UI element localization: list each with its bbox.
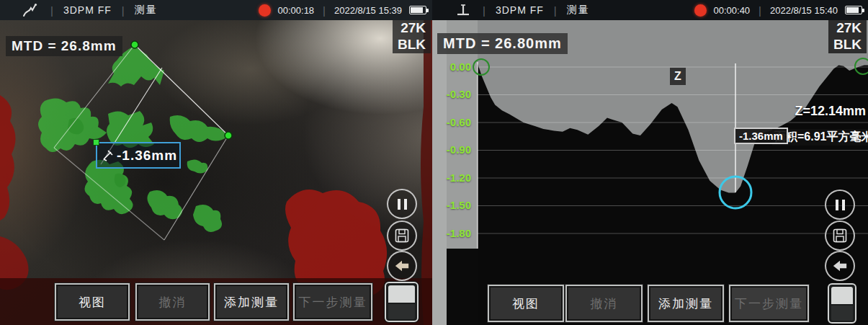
datetime-label: 2022/8/15 15:40 xyxy=(770,5,838,16)
battery-icon xyxy=(409,6,426,14)
toggle-bottom-half xyxy=(388,304,415,319)
toggle-top-half xyxy=(831,287,853,304)
add-measure-button[interactable]: 添加测量 xyxy=(214,283,289,321)
view-button[interactable]: 视图 xyxy=(488,285,564,322)
topbar-separator: | xyxy=(122,4,125,17)
back-icon xyxy=(832,259,848,273)
ytick-120: -1.20 xyxy=(438,172,471,184)
left-topbar: | 3DPM FF | 测量 00:00:18 | 2022/8/15 15:3… xyxy=(0,0,432,20)
profile-chart: 0.00 -0.30 -0.60 -0.90 -1.20 -1.50 -1.80… xyxy=(432,20,868,325)
right-topbar-status: 00:00:40 | 2022/8/15 15:40 xyxy=(694,0,863,20)
toggle-top-half xyxy=(388,285,415,303)
depth-measure-icon xyxy=(102,149,115,162)
thumbnail-toggle[interactable] xyxy=(828,283,856,324)
profile-chart-graphics xyxy=(432,20,868,325)
depth-annotation-box[interactable]: -1.36mm xyxy=(96,142,181,169)
back-button[interactable] xyxy=(825,251,855,281)
dual-view-measurement-screen: | 3DPM FF | 测量 00:00:18 | 2022/8/15 15:3… xyxy=(0,0,868,325)
badge-line2: BLK xyxy=(833,36,862,53)
mode-label: 3DPM FF xyxy=(63,4,112,16)
save-button[interactable] xyxy=(387,221,417,251)
ytick-150: -1.50 xyxy=(438,199,471,211)
camera-view-panel: | 3DPM FF | 测量 00:00:18 | 2022/8/15 15:3… xyxy=(0,0,432,325)
cursor-depth-label[interactable]: -1.36mm xyxy=(734,128,788,144)
record-icon xyxy=(694,4,707,17)
ytick-060: -0.60 xyxy=(438,116,471,128)
battery-icon xyxy=(845,6,862,14)
ytick-180: -1.80 xyxy=(438,227,471,239)
plane-measure-icon xyxy=(454,2,473,18)
record-time: 00:00:40 xyxy=(714,5,751,16)
view-button[interactable]: 视图 xyxy=(55,283,130,321)
next-measure-button[interactable]: 下一步测量 xyxy=(729,285,809,322)
record-time: 00:00:18 xyxy=(278,5,315,16)
red-mask-left xyxy=(0,95,16,221)
topbar-separator: | xyxy=(483,4,486,17)
right-topbar: | 3DPM FF | 测量 00:00:40 | 2022/8/15 15:4… xyxy=(432,0,868,20)
pause-icon xyxy=(836,200,845,210)
thumbnail-toggle[interactable] xyxy=(385,282,419,322)
pause-icon xyxy=(398,199,407,210)
save-icon xyxy=(832,228,848,244)
datetime-label: 2022/8/15 15:39 xyxy=(334,5,402,16)
badge-line1: 27K xyxy=(833,19,862,36)
pause-button[interactable] xyxy=(825,190,855,220)
add-measure-button[interactable]: 添加测量 xyxy=(648,285,724,322)
probe-icon xyxy=(22,2,40,18)
mtd-label: MTD = 26.80mm xyxy=(437,33,568,54)
badge-line1: 27K xyxy=(398,19,426,36)
mtd-label: MTD = 26.8mm xyxy=(6,36,122,56)
measurement-overlay-graphics xyxy=(0,20,432,325)
topbar-separator: | xyxy=(759,4,761,17)
menu-measure[interactable]: 测量 xyxy=(135,4,158,17)
save-icon xyxy=(394,228,410,244)
back-button[interactable] xyxy=(387,251,417,281)
corner-marker-top[interactable] xyxy=(131,41,138,48)
left-topbar-status: 00:00:18 | 2022/8/15 15:39 xyxy=(259,0,427,20)
ytick-090: -0.90 xyxy=(438,143,471,156)
next-measure-button[interactable]: 下一步测量 xyxy=(293,283,372,321)
z-position-label: Z=12.14mm xyxy=(795,104,866,119)
z-cursor-badge[interactable]: Z xyxy=(670,68,686,85)
toggle-bottom-half xyxy=(831,306,853,321)
menu-measure[interactable]: 测量 xyxy=(567,4,590,17)
profile-chart-panel: 0.00 -0.30 -0.60 -0.90 -1.20 -1.50 -1.80… xyxy=(432,0,868,325)
topbar-separator: | xyxy=(323,4,326,17)
undo-button[interactable]: 撤消 xyxy=(135,283,210,321)
undo-button[interactable]: 撤消 xyxy=(565,285,643,322)
image-mode-badge: 27K BLK xyxy=(828,19,867,53)
save-button[interactable] xyxy=(825,221,855,251)
badge-line2: BLK xyxy=(398,36,426,53)
topbar-separator: | xyxy=(50,4,53,17)
record-icon xyxy=(259,4,271,17)
scale-gutter xyxy=(447,20,478,249)
image-mode-badge: 27K BLK xyxy=(393,19,431,53)
ytick-0: 0.00 xyxy=(438,61,471,73)
corner-marker-right[interactable] xyxy=(225,132,232,139)
camera-image xyxy=(0,20,432,325)
topbar-separator: | xyxy=(554,4,557,17)
pause-button[interactable] xyxy=(387,189,417,219)
mode-label: 3DPM FF xyxy=(496,4,544,16)
selection-handle[interactable] xyxy=(93,139,99,146)
green-depth-region xyxy=(38,46,228,232)
ytick-030: -0.30 xyxy=(438,88,471,100)
back-icon xyxy=(394,259,410,273)
depth-value-label: -1.36mm xyxy=(117,148,177,164)
